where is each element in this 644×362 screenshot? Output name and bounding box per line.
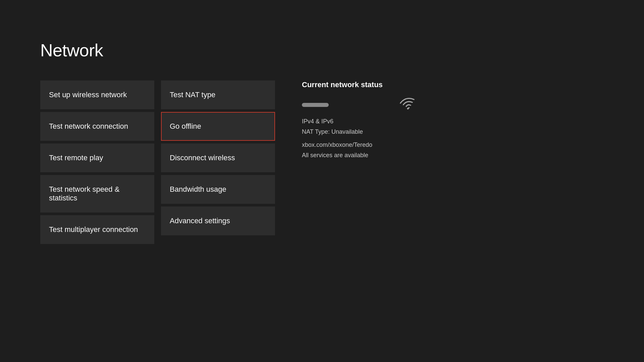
menu-item-advanced-settings[interactable]: Advanced settings [161,206,275,235]
status-connection-row [302,97,416,113]
wifi-icon [400,97,416,113]
menu-item-test-remote[interactable]: Test remote play [40,143,154,172]
connection-bar-icon [302,103,329,107]
menu-item-bandwidth-usage[interactable]: Bandwidth usage [161,175,275,204]
menu-item-test-network[interactable]: Test network connection [40,112,154,141]
left-column: Set up wireless network Test network con… [40,80,154,244]
menu-item-test-speed[interactable]: Test network speed & statistics [40,175,154,213]
status-ip-version: IPv4 & IPv6 [302,118,416,125]
menu-item-test-nat[interactable]: Test NAT type [161,80,275,109]
content-area: Set up wireless network Test network con… [40,80,644,244]
svg-point-0 [407,108,409,110]
page-container: Network Set up wireless network Test net… [0,0,644,244]
menu-item-setup-wireless[interactable]: Set up wireless network [40,80,154,109]
page-title: Network [40,40,644,60]
status-info: IPv4 & IPv6 NAT Type: Unavailable xbox.c… [302,118,416,159]
status-services: All services are available [302,152,416,159]
status-title: Current network status [302,80,416,89]
menu-item-test-multiplayer[interactable]: Test multiplayer connection [40,215,154,244]
menu-item-go-offline[interactable]: Go offline [161,112,275,141]
status-link: xbox.com/xboxone/Teredo [302,141,416,148]
status-panel: Current network status [295,80,423,159]
menu-item-disconnect-wireless[interactable]: Disconnect wireless [161,143,275,172]
status-nat-type: NAT Type: Unavailable [302,128,416,135]
right-column: Test NAT type Go offline Disconnect wire… [161,80,275,235]
